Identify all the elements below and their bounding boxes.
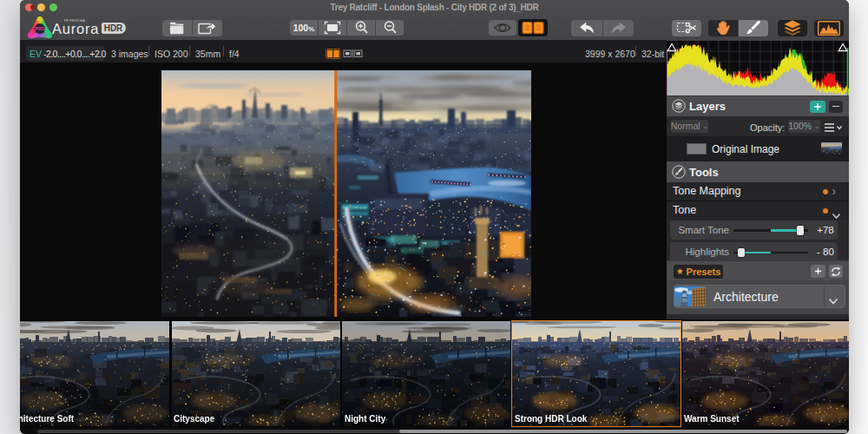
svg-text:PRO: PRO (36, 26, 45, 31)
